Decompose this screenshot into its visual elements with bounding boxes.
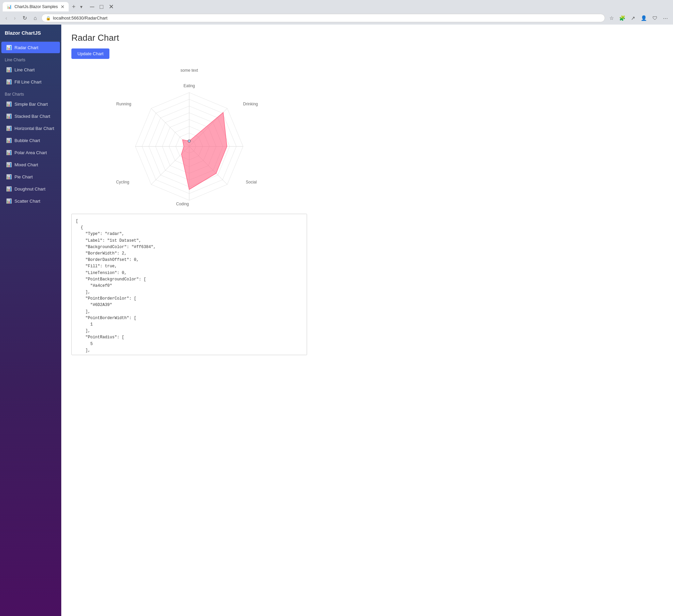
update-chart-button[interactable]: Update Chart bbox=[71, 48, 109, 59]
sidebar-item-doughnut-chart[interactable]: 📊 Doughnut Chart bbox=[1, 183, 60, 195]
close-button[interactable]: ✕ bbox=[107, 3, 116, 10]
chart-icon-mixed: 📊 bbox=[6, 162, 12, 167]
tab-icon: 📊 bbox=[7, 4, 12, 9]
browser-tab[interactable]: 📊 ChartJs.Blazor Samples ✕ bbox=[3, 2, 69, 11]
chart-icon-polar: 📊 bbox=[6, 150, 12, 155]
sidebar-item-label: Doughnut Chart bbox=[14, 186, 45, 192]
sidebar-item-polar-area-chart[interactable]: 📊 Polar Area Chart bbox=[1, 147, 60, 158]
sidebar-section-bar-charts: Bar Charts bbox=[0, 88, 61, 98]
chart-icon-pie: 📊 bbox=[6, 174, 12, 179]
chart-title: some text bbox=[180, 68, 198, 73]
radar-grid bbox=[135, 93, 243, 200]
lock-icon: 🔒 bbox=[46, 16, 51, 21]
shield-button[interactable]: 🛡 bbox=[651, 14, 659, 22]
sidebar-item-radar-chart[interactable]: 📊 Radar Chart bbox=[1, 42, 60, 53]
back-button[interactable]: ‹ bbox=[3, 14, 9, 23]
sidebar-item-label: Radar Chart bbox=[14, 45, 38, 50]
page-title: Radar Chart bbox=[71, 33, 663, 43]
sidebar-item-label: Horizontal Bar Chart bbox=[14, 126, 54, 131]
label-running: Running bbox=[116, 102, 131, 106]
profile-button[interactable]: 👤 bbox=[639, 14, 649, 23]
sidebar-item-label: Mixed Chart bbox=[14, 162, 38, 167]
sidebar-item-mixed-chart[interactable]: 📊 Mixed Chart bbox=[1, 159, 60, 170]
json-output-box[interactable]: [ { "Type": "radar", "Label": "1st Datas… bbox=[71, 214, 307, 355]
sidebar-item-label: Polar Area Chart bbox=[14, 150, 47, 155]
chart-icon-doughnut: 📊 bbox=[6, 186, 12, 192]
browser-title-bar: 📊 ChartJs.Blazor Samples ✕ + ▾ ─ □ ✕ bbox=[0, 0, 673, 11]
address-bar[interactable]: 🔒 localhost:56630/RadarChart bbox=[41, 14, 605, 22]
sidebar-item-scatter-chart[interactable]: 📊 Scatter Chart bbox=[1, 195, 60, 207]
forward-button[interactable]: › bbox=[12, 14, 18, 23]
chart-container: some text bbox=[71, 66, 307, 207]
sidebar-item-horizontal-bar-chart[interactable]: 📊 Horizontal Bar Chart bbox=[1, 123, 60, 134]
sidebar-item-label: Scatter Chart bbox=[14, 199, 40, 204]
sidebar-item-label: Fill Line Chart bbox=[14, 79, 41, 84]
sidebar-item-label: Pie Chart bbox=[14, 174, 33, 179]
sidebar: Blazor ChartJS 📊 Radar Chart Line Charts… bbox=[0, 25, 61, 616]
browser-actions: ☆ 🧩 ↗ 👤 🛡 ⋯ bbox=[608, 14, 670, 23]
browser-nav-bar: ‹ › ↻ ⌂ 🔒 localhost:56630/RadarChart ☆ 🧩… bbox=[0, 11, 673, 25]
sidebar-item-label: Line Chart bbox=[14, 67, 35, 72]
data-point-eating bbox=[188, 140, 191, 142]
tab-title: ChartJs.Blazor Samples bbox=[14, 4, 58, 9]
new-tab-button[interactable]: + bbox=[70, 3, 78, 10]
sidebar-item-line-chart[interactable]: 📊 Line Chart bbox=[1, 64, 60, 75]
sidebar-item-stacked-bar-chart[interactable]: 📊 Stacked Bar Chart bbox=[1, 110, 60, 122]
minimize-button[interactable]: ─ bbox=[88, 3, 96, 10]
chart-icon-stacked: 📊 bbox=[6, 113, 12, 119]
sidebar-item-fill-line-chart[interactable]: 📊 Fill Line Chart bbox=[1, 76, 60, 88]
sidebar-item-label: Simple Bar Chart bbox=[14, 102, 48, 107]
label-social: Social bbox=[246, 180, 257, 184]
main-content: Radar Chart Update Chart some text bbox=[61, 25, 673, 616]
menu-button[interactable]: ⋯ bbox=[661, 14, 670, 23]
share-button[interactable]: ↗ bbox=[629, 14, 637, 23]
data-polygon bbox=[181, 112, 227, 190]
refresh-button[interactable]: ↻ bbox=[21, 13, 29, 23]
home-button[interactable]: ⌂ bbox=[32, 14, 39, 23]
sidebar-item-label: Stacked Bar Chart bbox=[14, 114, 50, 119]
chart-icon: 📊 bbox=[6, 45, 12, 50]
address-text: localhost:56630/RadarChart bbox=[53, 15, 601, 21]
chart-icon-line: 📊 bbox=[6, 67, 12, 72]
sidebar-item-label: Bubble Chart bbox=[14, 138, 40, 143]
sidebar-section-line-charts: Line Charts bbox=[0, 54, 61, 64]
tab-close-button[interactable]: ✕ bbox=[61, 4, 65, 9]
chart-icon-scatter: 📊 bbox=[6, 198, 12, 204]
chart-icon-bubble: 📊 bbox=[6, 138, 12, 143]
label-cycling: Cycling bbox=[116, 180, 129, 184]
chart-icon-fill-line: 📊 bbox=[6, 79, 12, 84]
chart-icon-bar: 📊 bbox=[6, 101, 12, 107]
label-eating: Eating bbox=[183, 83, 195, 88]
chart-icon-horizontal: 📊 bbox=[6, 126, 12, 131]
sidebar-item-bubble-chart[interactable]: 📊 Bubble Chart bbox=[1, 135, 60, 146]
tab-menu-button[interactable]: ▾ bbox=[79, 4, 84, 9]
maximize-button[interactable]: □ bbox=[98, 3, 105, 10]
extensions-button[interactable]: 🧩 bbox=[617, 14, 627, 23]
browser-chrome: 📊 ChartJs.Blazor Samples ✕ + ▾ ─ □ ✕ ‹ ›… bbox=[0, 0, 673, 25]
label-drinking: Drinking bbox=[243, 102, 258, 106]
sidebar-item-simple-bar-chart[interactable]: 📊 Simple Bar Chart bbox=[1, 98, 60, 110]
radar-chart-svg: some text bbox=[71, 66, 307, 207]
label-coding: Coding bbox=[176, 202, 189, 206]
sidebar-item-pie-chart[interactable]: 📊 Pie Chart bbox=[1, 171, 60, 182]
window-controls: ─ □ ✕ bbox=[88, 3, 116, 10]
bookmark-star-button[interactable]: ☆ bbox=[608, 14, 615, 23]
app-container: Blazor ChartJS 📊 Radar Chart Line Charts… bbox=[0, 25, 673, 616]
sidebar-logo: Blazor ChartJS bbox=[0, 25, 61, 41]
